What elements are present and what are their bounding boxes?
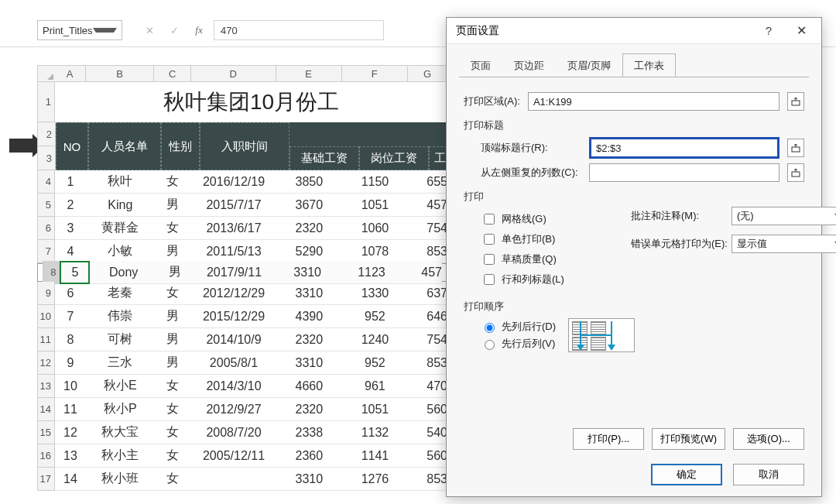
tab-sheet[interactable]: 工作表 bbox=[622, 53, 676, 77]
th-no[interactable]: NO bbox=[56, 122, 88, 170]
cell-post[interactable]: 1240 bbox=[342, 328, 408, 351]
cell-seniority[interactable]: 457 bbox=[403, 261, 442, 284]
cell-seniority[interactable]: 853 bbox=[408, 240, 447, 263]
th-post[interactable]: 岗位工资 bbox=[359, 146, 429, 170]
table-row[interactable]: 74小敏男2011/5/1352901078853 bbox=[37, 240, 447, 263]
cell-seniority[interactable]: 560 bbox=[408, 398, 447, 421]
cell-base[interactable]: 2338 bbox=[276, 421, 342, 444]
table-row[interactable]: 63黄群金女2013/6/1723201060754 bbox=[37, 217, 447, 240]
cell-no[interactable]: 4 bbox=[55, 240, 86, 263]
preview-button[interactable]: 打印预览(W) bbox=[652, 428, 725, 450]
cell-base[interactable]: 4390 bbox=[276, 305, 342, 328]
col-header-E[interactable]: E bbox=[276, 65, 342, 82]
range-picker-icon[interactable] bbox=[787, 163, 804, 182]
row-header[interactable]: 15 bbox=[37, 421, 55, 444]
row-header[interactable]: 13 bbox=[37, 375, 55, 398]
cell-base[interactable]: 3310 bbox=[276, 468, 342, 491]
cell-name[interactable]: 小敏 bbox=[86, 240, 155, 263]
cell-no[interactable]: 11 bbox=[55, 398, 86, 421]
cell-no[interactable]: 1 bbox=[55, 170, 86, 194]
cell-no[interactable]: 9 bbox=[55, 351, 86, 375]
cell-post[interactable]: 1060 bbox=[342, 217, 408, 240]
row-header-2[interactable]: 2 bbox=[37, 122, 56, 146]
cell-sex[interactable]: 女 bbox=[155, 375, 191, 398]
cell-no[interactable]: 3 bbox=[55, 217, 86, 240]
cell-sex[interactable]: 男 bbox=[155, 305, 191, 328]
fx-icon[interactable]: fx bbox=[189, 20, 209, 40]
cell-base[interactable]: 3310 bbox=[276, 261, 340, 284]
cell-name[interactable]: Dony bbox=[90, 261, 156, 284]
order-over-radio[interactable]: 先行后列(V) bbox=[481, 337, 556, 351]
cell-sex[interactable]: 女 bbox=[155, 398, 191, 421]
options-button[interactable]: 选项(O)... bbox=[733, 428, 804, 450]
cell-post[interactable]: 961 bbox=[342, 375, 408, 398]
cell-sex[interactable]: 女 bbox=[155, 217, 191, 240]
col-header-C[interactable]: C bbox=[154, 65, 190, 82]
row-header[interactable]: 8 bbox=[43, 261, 60, 284]
table-row[interactable]: 1310秋小E女2014/3/104660961470 bbox=[37, 375, 447, 398]
cell-sex[interactable]: 男 bbox=[157, 261, 193, 284]
row-header[interactable]: 6 bbox=[37, 217, 55, 240]
cell-base[interactable]: 2320 bbox=[276, 398, 342, 421]
cell-sex[interactable]: 女 bbox=[155, 444, 191, 468]
cell-no[interactable]: 13 bbox=[55, 444, 86, 468]
cell-seniority[interactable]: 754 bbox=[408, 328, 447, 351]
dialog-titlebar[interactable]: 页面设置 ? ✕ bbox=[447, 18, 821, 44]
cell-sex[interactable]: 女 bbox=[155, 170, 191, 194]
cell-base[interactable]: 2320 bbox=[276, 328, 342, 351]
th-name[interactable]: 人员名单 bbox=[88, 122, 161, 170]
cell-date[interactable]: 2011/5/13 bbox=[191, 240, 276, 263]
print-button[interactable]: 打印(P)... bbox=[573, 428, 644, 450]
table-row[interactable]: 118可树男2014/10/923201240754 bbox=[37, 328, 447, 351]
cell-seniority[interactable]: 540 bbox=[408, 421, 447, 444]
help-icon[interactable]: ? bbox=[755, 24, 783, 37]
range-picker-icon[interactable] bbox=[787, 139, 804, 157]
th-sex[interactable]: 性别 bbox=[161, 122, 200, 170]
cell-base[interactable]: 2360 bbox=[276, 444, 342, 468]
cell-post[interactable]: 1330 bbox=[342, 282, 408, 305]
table-row[interactable]: 1613秋小主女2005/12/1123601141560 bbox=[37, 444, 447, 468]
chevron-down-icon[interactable] bbox=[93, 28, 117, 33]
cell-name[interactable]: 秋小主 bbox=[86, 444, 155, 468]
th-base[interactable]: 基础工资 bbox=[290, 146, 359, 170]
row-header[interactable]: 9 bbox=[37, 282, 55, 305]
table-row[interactable]: 107伟崇男2015/12/294390952646 bbox=[37, 305, 447, 328]
gridlines-checkbox[interactable]: 网格线(G) bbox=[481, 211, 612, 227]
cell-base[interactable]: 3310 bbox=[276, 282, 342, 305]
row-header[interactable]: 7 bbox=[37, 240, 55, 263]
cell-no[interactable]: 12 bbox=[55, 421, 86, 444]
cell-date[interactable]: 2012/12/29 bbox=[191, 282, 276, 305]
close-icon[interactable]: ✕ bbox=[783, 18, 820, 44]
sheet-title[interactable]: 秋叶集团10月份工 bbox=[55, 82, 447, 122]
table-row[interactable]: 1714秋小班女33101276853 bbox=[37, 468, 447, 491]
cell-name[interactable]: 老秦 bbox=[86, 282, 155, 305]
col-header-B[interactable]: B bbox=[86, 65, 155, 82]
cell-sex[interactable]: 男 bbox=[155, 351, 191, 375]
cell-base[interactable]: 3310 bbox=[276, 351, 342, 375]
cell-seniority[interactable]: 655 bbox=[408, 170, 447, 194]
cell-seniority[interactable]: 853 bbox=[408, 351, 447, 375]
ok-button[interactable]: 确定 bbox=[651, 464, 722, 485]
cell-base[interactable]: 5290 bbox=[276, 240, 342, 263]
col-header-F[interactable]: F bbox=[342, 65, 408, 82]
row-header[interactable]: 11 bbox=[37, 328, 55, 351]
cell-post[interactable]: 1078 bbox=[342, 240, 408, 263]
cancel-button[interactable]: 取消 bbox=[733, 464, 804, 485]
cell-post[interactable]: 1051 bbox=[342, 398, 408, 421]
table-row[interactable]: 1512秋大宝女2008/7/2023381132540 bbox=[37, 421, 447, 444]
table-row[interactable]: 1411秋小P女2012/9/2723201051560 bbox=[37, 398, 447, 421]
cell-no[interactable]: 14 bbox=[55, 468, 86, 491]
cell-name[interactable]: 可树 bbox=[86, 328, 155, 351]
cell-seniority[interactable]: 646 bbox=[408, 305, 447, 328]
cell-sex[interactable]: 女 bbox=[155, 421, 191, 444]
cell-sex[interactable]: 男 bbox=[155, 328, 191, 351]
cell-base[interactable]: 3670 bbox=[276, 194, 342, 217]
cell-date[interactable]: 2014/10/9 bbox=[191, 328, 276, 351]
cell-date[interactable] bbox=[191, 468, 276, 491]
cell-name[interactable]: 秋大宝 bbox=[86, 421, 155, 444]
cell-post[interactable]: 952 bbox=[342, 351, 408, 375]
cell-date[interactable]: 2008/7/20 bbox=[191, 421, 276, 444]
cell-post[interactable]: 1150 bbox=[342, 170, 408, 194]
cell-date[interactable]: 2015/12/29 bbox=[191, 305, 276, 328]
cell-base[interactable]: 2320 bbox=[276, 217, 342, 240]
